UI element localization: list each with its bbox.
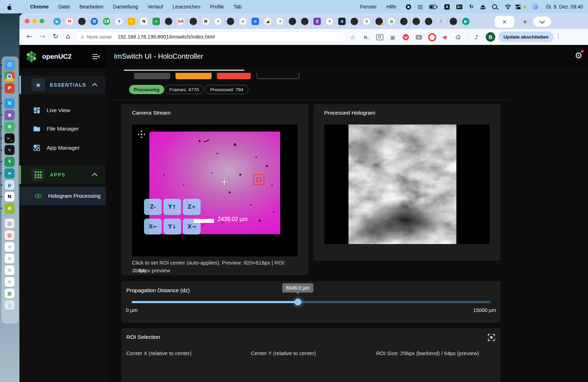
security-label[interactable]: Nicht sicher <box>87 34 112 40</box>
pinned-tab-keep-note[interactable]: ✦ <box>128 18 135 25</box>
extension-video-icon[interactable]: ▶ <box>415 33 423 41</box>
bookmark-star-icon[interactable]: ☆ <box>348 33 357 41</box>
control-center-icon[interactable] <box>515 4 521 10</box>
menu-chrome[interactable]: Chrome <box>30 4 49 10</box>
pinned-tab-openai-3[interactable]: ✳ <box>326 18 333 25</box>
camera-stream-view[interactable]: Z- Y↑ Z+ X← Y↓ X→ 2439.02 µm <box>132 125 298 256</box>
pinned-tab-github-10[interactable] <box>413 18 420 25</box>
z-minus-button[interactable]: Z- <box>144 199 162 215</box>
extension-camera-icon[interactable] <box>375 33 384 41</box>
tab-close-icon[interactable]: × <box>502 19 507 25</box>
battery-icon[interactable] <box>429 4 438 10</box>
sidebar-section-essentials[interactable]: ★ ESSENTIALS <box>19 76 106 94</box>
dock-icon-doc-stack[interactable]: ▤ <box>5 219 15 228</box>
extension-h-icon[interactable]: h. <box>362 33 371 41</box>
dpad-move-icon[interactable] <box>137 130 146 139</box>
pinned-tab-compass[interactable]: ▶ <box>462 18 469 25</box>
app-grid-icon[interactable] <box>418 4 422 10</box>
extension-adblock-icon[interactable] <box>428 33 436 41</box>
pinned-tab-openai-2[interactable]: ✳ <box>276 18 284 25</box>
dock-icon-powerpoint[interactable]: P <box>5 83 15 93</box>
omnibox[interactable]: ⚠ Nicht sicher 192.168.178.195:8001/imsw… <box>75 31 347 42</box>
roi-selection-box[interactable] <box>253 174 264 185</box>
dock-icon-arduino[interactable]: ∞ <box>5 168 15 178</box>
kebab-menu-icon[interactable]: ⋮ <box>555 33 561 40</box>
sidebar-item-app-manager[interactable]: App Manager <box>19 139 106 157</box>
extension-megaphone-icon[interactable] <box>441 33 449 41</box>
forward-button[interactable]: → <box>40 32 45 40</box>
new-tab-button[interactable]: + <box>520 17 530 27</box>
tab-overflow-button[interactable] <box>533 17 551 27</box>
y-up-button[interactable]: Y↑ <box>163 199 181 215</box>
cutoff-button-orange[interactable] <box>175 73 212 79</box>
extension-photos-icon[interactable]: ▣ <box>388 33 397 41</box>
dock-icon-chrome[interactable] <box>5 71 15 81</box>
dock-icon-file-1[interactable]: ≡ <box>5 242 15 252</box>
dock-icon-android[interactable]: A <box>5 203 15 213</box>
profile-avatar[interactable]: B <box>486 32 495 42</box>
menu-hilfe[interactable]: Hilfe <box>386 4 396 10</box>
dock-icon-github-desktop[interactable]: ◉ <box>5 110 15 120</box>
sidebar-item-file-manager[interactable]: File Manager <box>19 120 106 138</box>
menu-fenster[interactable]: Fenster <box>360 4 377 10</box>
slider-thumb[interactable] <box>294 299 301 306</box>
dock-icon-spreadsheet[interactable]: ▦ <box>5 289 15 299</box>
sidebar-section-apps[interactable]: APPS <box>19 166 106 184</box>
search-icon[interactable] <box>492 4 498 10</box>
url-text[interactable]: 192.168.178.195:8001/imswitch/index.html <box>117 34 215 40</box>
window-zoom-button[interactable] <box>40 19 44 23</box>
pinned-tab-doc-search[interactable]: ≡ <box>338 18 346 25</box>
apple-menu-icon[interactable] <box>6 4 12 10</box>
update-button[interactable]: Update abschließen <box>498 31 554 42</box>
dock-icon-finder[interactable]: ☺ <box>5 60 15 70</box>
pinned-tab-github-7[interactable] <box>351 18 358 25</box>
dock-icon-atom[interactable]: ⊛ <box>5 122 15 132</box>
pinned-tab-chat-18[interactable]: 18 <box>103 18 110 25</box>
pinned-tab-list-purple[interactable]: ≣ <box>313 18 321 25</box>
pinned-tab-github-3[interactable] <box>190 18 197 25</box>
menu-profile[interactable]: Profile <box>210 4 224 10</box>
pinned-tab-gmail[interactable]: M <box>66 18 73 25</box>
eject-icon[interactable] <box>480 4 485 10</box>
menubar-clock[interactable]: Di. 9. Dez. 09:40 <box>546 4 583 10</box>
propagation-slider[interactable] <box>132 301 490 303</box>
center-focus-icon[interactable] <box>487 333 496 342</box>
dock-icon-file-2[interactable]: ≡ <box>5 254 15 264</box>
pinned-tab-outlook[interactable]: O <box>91 18 98 25</box>
pinned-tab-sheets[interactable]: + <box>152 18 160 25</box>
cutoff-button-outlined[interactable] <box>257 73 299 79</box>
dock-icon-trash[interactable]: ▯ <box>5 300 15 310</box>
pinned-tab-globe-1[interactable]: ⊕ <box>239 18 247 25</box>
pinned-tab-slope[interactable]: ◢ <box>264 18 271 25</box>
dock-icon-electron[interactable]: ϟ <box>5 157 15 167</box>
pinned-tab-notion-2[interactable]: N <box>202 18 209 25</box>
window-close-button[interactable] <box>25 19 29 23</box>
pinned-tab-github-6[interactable] <box>301 18 309 25</box>
dock-icon-file-4[interactable]: ≡ <box>5 277 15 287</box>
sidebar-collapse-icon[interactable] <box>92 52 100 61</box>
y-down-button[interactable]: Y↓ <box>163 219 181 235</box>
pinned-tab-github-5[interactable] <box>289 18 296 25</box>
input-source-icon[interactable]: A <box>444 4 450 10</box>
menu-tab[interactable]: Tab <box>234 4 242 10</box>
sidebar-item-hologram-processing[interactable]: Hologram Processing <box>19 187 106 205</box>
pinned-tab-openai-1[interactable]: ✳ <box>214 18 222 25</box>
reload-button[interactable]: ↻ <box>53 32 58 40</box>
sidebar-item-live-view[interactable]: Live View <box>19 101 106 120</box>
menu-lesezeichen[interactable]: Lesezeichen <box>173 4 201 10</box>
pinned-tab-speaker[interactable]: ♪ <box>437 18 445 25</box>
window-minimize-button[interactable] <box>32 19 37 23</box>
pinned-tab-telegram[interactable]: ▶ <box>53 18 61 25</box>
pinned-tab-notion-1[interactable]: N <box>140 18 148 25</box>
sync-icon[interactable]: ↻ <box>469 4 474 10</box>
cutoff-button-red[interactable] <box>217 73 251 79</box>
z-plus-button[interactable]: Z+ <box>183 199 201 215</box>
pinned-tab-github-11[interactable] <box>425 18 432 25</box>
dock-icon-file-3[interactable]: ≡ <box>5 265 15 275</box>
pinned-tab-github-1[interactable] <box>78 18 86 25</box>
pinned-tab-github-8[interactable] <box>375 18 383 25</box>
pinned-tab-github-9[interactable] <box>400 18 408 25</box>
pinned-tab-globe-2[interactable]: ⊕ <box>363 18 370 25</box>
siri-icon[interactable] <box>532 4 538 10</box>
media-controls-icon[interactable]: ♪ <box>472 33 481 41</box>
